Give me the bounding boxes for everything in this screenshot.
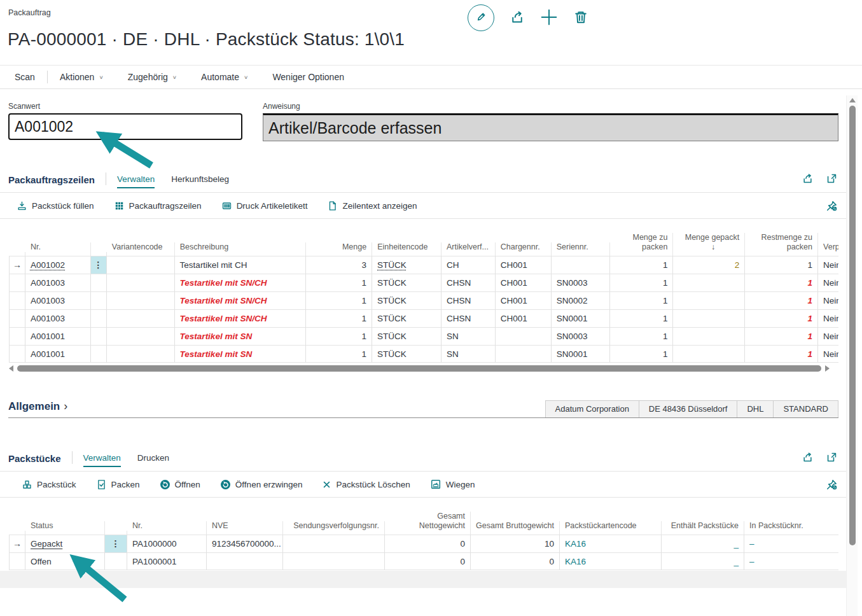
cell-serien[interactable]: SN0001 — [552, 309, 610, 327]
menu-item-scan[interactable]: Scan — [15, 72, 35, 82]
cell-nr[interactable]: A001001 — [25, 345, 91, 363]
druck-artikeletikett-button[interactable]: Druck Artikeletikett — [221, 200, 308, 211]
badge-service[interactable]: STANDARD — [774, 400, 838, 418]
cell-variant[interactable] — [107, 309, 175, 327]
column-header-desc[interactable]: Beschreibung — [175, 242, 307, 256]
pin-off-icon[interactable] — [826, 479, 838, 493]
cell-desc[interactable]: Testartikel mit SN/CH — [175, 309, 307, 327]
cell-desc[interactable]: Testartikel mit SN — [175, 345, 307, 363]
cell-verp[interactable]: Nein — [818, 274, 838, 291]
hscroll-thumb[interactable] — [17, 365, 821, 372]
cell-inpack[interactable]: – — [744, 535, 838, 552]
column-header-artikelverf[interactable]: Artikelverf... — [441, 242, 496, 256]
column-header-variant[interactable]: Variantencode — [107, 242, 175, 256]
cell-mg[interactable] — [673, 345, 745, 363]
share-button[interactable] — [510, 10, 525, 27]
cell-charge[interactable] — [496, 345, 552, 363]
cell-mzp[interactable]: 1 — [610, 256, 674, 274]
column-header-sendung[interactable]: Sendungsverfolgungsnr. — [283, 521, 385, 535]
cell-variant[interactable] — [107, 256, 175, 274]
cell-menge[interactable]: 1 — [306, 327, 372, 345]
packauftragszeilen-button[interactable]: Packauftragszeilen — [114, 200, 202, 211]
cell-mzp[interactable]: 1 — [610, 291, 674, 309]
cell-mg[interactable] — [673, 291, 745, 309]
popout-icon[interactable] — [826, 172, 838, 187]
cell-artikelverf[interactable]: SN — [441, 327, 496, 345]
share-icon[interactable] — [802, 172, 814, 187]
cell-verp[interactable]: Nein — [818, 256, 838, 274]
cell-variant[interactable] — [107, 345, 175, 363]
column-header-karten[interactable]: Packstückartencode — [560, 521, 662, 535]
cell-sendung[interactable] — [283, 535, 385, 552]
column-header-charge[interactable]: Chargennr. — [496, 242, 552, 256]
share-icon[interactable] — [802, 451, 814, 466]
cell-einheit[interactable]: STÜCK — [372, 291, 441, 309]
column-header-status[interactable]: Status — [25, 521, 105, 535]
cell-enthaelt[interactable]: _ — [662, 535, 744, 552]
cell-charge[interactable]: CH001 — [496, 256, 552, 274]
cell-mzp[interactable]: 1 — [610, 309, 674, 327]
scroll-left-icon[interactable] — [9, 365, 13, 372]
delete-button[interactable] — [573, 10, 588, 27]
cell-einheit[interactable]: STÜCK — [372, 345, 441, 363]
cell-nve[interactable] — [207, 552, 283, 570]
cell-karten[interactable]: KA16 — [560, 552, 662, 570]
cell-karten[interactable]: KA16 — [560, 535, 662, 552]
cell-nr[interactable]: A001003 — [25, 274, 91, 291]
cell-menge[interactable]: 1 — [306, 274, 372, 291]
cell-status[interactable]: Gepackt — [25, 535, 105, 552]
cell-variant[interactable] — [107, 274, 175, 291]
cell-verp[interactable]: Nein — [818, 291, 838, 309]
cell-menge[interactable]: 1 — [306, 291, 372, 309]
packstück-button[interactable]: Packstück — [22, 479, 76, 490]
cell-desc[interactable]: Testartikel mit SN/CH — [175, 274, 307, 291]
row-ellipsis-menu[interactable] — [91, 327, 107, 345]
cell-nr[interactable]: A001003 — [25, 291, 91, 309]
cell-nve[interactable]: 9123456700000... — [207, 535, 283, 552]
cell-nr[interactable]: A001002 — [25, 256, 91, 274]
cell-einheit[interactable]: STÜCK — [372, 256, 441, 274]
column-header-rzp[interactable]: Restmenge zu packen — [745, 233, 818, 256]
cell-rzp[interactable]: 1 — [745, 309, 818, 327]
menu-item-automate[interactable]: Automate∨ — [201, 72, 248, 82]
cell-rzp[interactable]: 1 — [745, 291, 818, 309]
badge-customer[interactable]: Adatum Corporation — [545, 400, 639, 418]
row-ellipsis-menu[interactable]: ⋮ — [105, 535, 127, 552]
packstück-füllen-button[interactable]: Packstück füllen — [17, 200, 94, 211]
badge-carrier[interactable]: DHL — [737, 400, 774, 418]
tab-drucken[interactable]: Drucken — [137, 453, 169, 467]
cell-variant[interactable] — [107, 327, 175, 345]
öffnen-erzwingen-button[interactable]: Öffnen erzwingen — [220, 479, 303, 490]
menu-item-weniger-optionen[interactable]: Weniger Optionen — [272, 72, 344, 82]
column-header-verp[interactable]: Verp — [818, 242, 838, 256]
cell-rzp[interactable]: 1 — [745, 327, 818, 345]
cell-menge[interactable]: 1 — [306, 309, 372, 327]
cell-charge[interactable]: CH001 — [496, 309, 552, 327]
menu-item-aktionen[interactable]: Aktionen∨ — [60, 72, 104, 82]
cell-mzp[interactable]: 1 — [610, 274, 674, 291]
vscroll-thumb[interactable] — [849, 106, 856, 545]
cell-nr[interactable]: PA1000001 — [127, 552, 207, 570]
row-ellipsis-menu[interactable] — [91, 274, 107, 291]
column-header-einheit[interactable]: Einheitencode — [372, 242, 441, 256]
cell-nr[interactable]: A001001 — [25, 327, 91, 345]
column-header-mg[interactable]: Menge gepackt↓ — [673, 233, 745, 256]
column-header-serien[interactable]: Seriennr. — [552, 242, 610, 256]
cell-mzp[interactable]: 1 — [610, 327, 674, 345]
row-ellipsis-menu[interactable]: ⋮ — [91, 256, 107, 274]
cell-serien[interactable]: SN0002 — [552, 291, 610, 309]
cell-enthaelt[interactable]: _ — [662, 552, 744, 570]
cell-einheit[interactable]: STÜCK — [372, 274, 441, 291]
cell-sendung[interactable] — [283, 552, 385, 570]
row-ellipsis-menu[interactable] — [91, 345, 107, 363]
tab-herkunftsbeleg[interactable]: Herkunftsbeleg — [171, 174, 229, 188]
tab-verwalten[interactable]: Verwalten — [117, 174, 155, 188]
wiegen-button[interactable]: Wiegen — [430, 479, 475, 490]
cell-rzp[interactable]: 1 — [745, 274, 818, 291]
scroll-right-icon[interactable] — [825, 365, 830, 372]
new-button[interactable] — [540, 8, 558, 28]
cell-serien[interactable]: SN0003 — [552, 274, 610, 291]
cell-verp[interactable]: Nein — [818, 327, 838, 345]
column-header-enthaelt[interactable]: Enthält Packstücke — [662, 521, 744, 535]
row-ellipsis-menu[interactable] — [105, 552, 127, 570]
